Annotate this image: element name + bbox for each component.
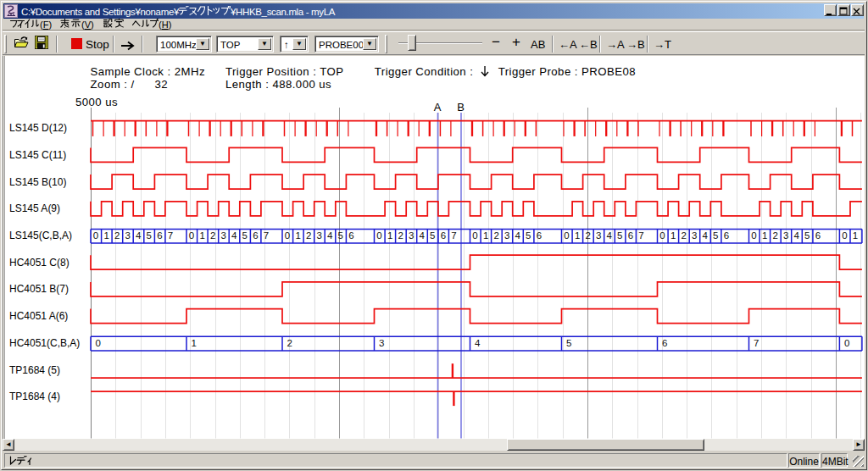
svg-text:4: 4: [607, 230, 613, 241]
svg-text:2: 2: [114, 230, 120, 241]
svg-text:B: B: [457, 101, 465, 114]
svg-text:6: 6: [662, 338, 667, 348]
svg-text:7: 7: [264, 230, 269, 241]
svg-text:2: 2: [210, 230, 215, 241]
svg-text:A: A: [434, 101, 442, 114]
svg-text:0: 0: [842, 230, 847, 241]
svg-text:0: 0: [189, 230, 194, 241]
svg-text:0: 0: [564, 230, 569, 241]
svg-text:6: 6: [537, 230, 542, 241]
svg-text:3: 3: [783, 230, 788, 241]
svg-text:6: 6: [628, 230, 633, 241]
svg-text:2: 2: [681, 230, 686, 241]
svg-text:7: 7: [451, 230, 456, 241]
svg-text:0: 0: [659, 230, 665, 241]
svg-text:6: 6: [157, 230, 162, 241]
svg-text:3: 3: [221, 230, 226, 241]
svg-text:7: 7: [638, 230, 643, 241]
svg-text:6: 6: [441, 230, 446, 241]
svg-text:1: 1: [670, 230, 676, 241]
svg-text:3: 3: [409, 230, 414, 241]
svg-text:2: 2: [493, 230, 498, 241]
svg-text:0: 0: [376, 230, 381, 241]
svg-text:1: 1: [103, 230, 108, 241]
svg-text:5: 5: [338, 230, 343, 241]
svg-text:7: 7: [168, 230, 173, 241]
svg-text:1: 1: [575, 230, 580, 241]
svg-text:4: 4: [327, 230, 333, 241]
svg-text:5: 5: [566, 338, 571, 348]
svg-text:4: 4: [475, 338, 481, 348]
svg-text:4: 4: [420, 230, 426, 241]
svg-text:5: 5: [804, 230, 810, 241]
svg-text:3: 3: [317, 230, 322, 241]
svg-text:4: 4: [136, 230, 142, 241]
svg-text:1: 1: [192, 338, 197, 348]
svg-text:3: 3: [125, 230, 131, 241]
svg-text:0: 0: [96, 338, 101, 348]
svg-text:1: 1: [199, 230, 204, 241]
svg-text:6: 6: [348, 230, 353, 241]
svg-text:6: 6: [815, 230, 821, 241]
svg-text:3: 3: [504, 230, 509, 241]
svg-text:7: 7: [754, 338, 759, 348]
svg-text:4: 4: [703, 230, 709, 241]
svg-text:2: 2: [306, 230, 311, 241]
svg-text:5: 5: [713, 230, 718, 241]
svg-text:1: 1: [762, 230, 767, 241]
svg-text:0: 0: [751, 230, 756, 241]
svg-text:0: 0: [844, 338, 849, 348]
svg-text:0: 0: [285, 230, 290, 241]
svg-text:5: 5: [430, 230, 435, 241]
svg-text:2: 2: [585, 230, 590, 241]
svg-text:0: 0: [93, 230, 98, 241]
svg-text:3: 3: [692, 230, 697, 241]
svg-text:4: 4: [794, 230, 800, 241]
svg-text:3: 3: [596, 230, 601, 241]
svg-text:2: 2: [287, 338, 292, 348]
svg-text:1: 1: [295, 230, 300, 241]
svg-text:2: 2: [398, 230, 403, 241]
svg-text:5: 5: [242, 230, 248, 241]
svg-text:6: 6: [724, 230, 729, 241]
svg-text:1: 1: [387, 230, 392, 241]
svg-text:5: 5: [617, 230, 622, 241]
svg-text:2: 2: [772, 230, 777, 241]
svg-text:1: 1: [853, 230, 858, 241]
svg-text:1: 1: [483, 230, 488, 241]
svg-text:5: 5: [147, 230, 152, 241]
svg-text:4: 4: [231, 230, 237, 241]
svg-text:5: 5: [526, 230, 531, 241]
svg-text:3: 3: [379, 338, 384, 348]
svg-text:4: 4: [515, 230, 521, 241]
svg-text:0: 0: [472, 230, 477, 241]
svg-text:6: 6: [253, 230, 258, 241]
